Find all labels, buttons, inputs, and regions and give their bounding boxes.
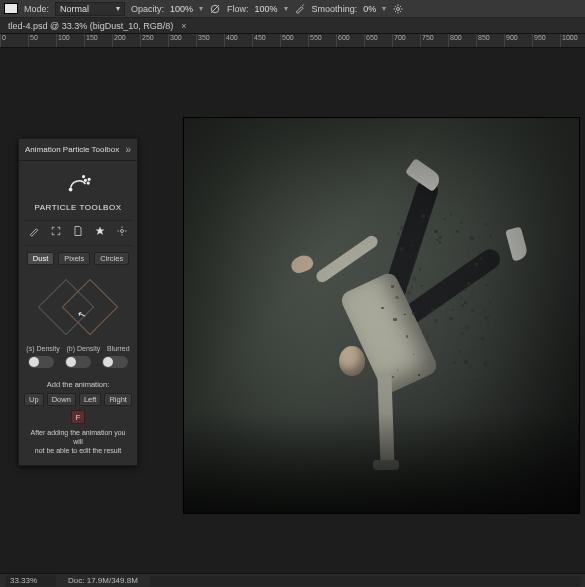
svg-point-1 xyxy=(397,7,400,10)
svg-point-5 xyxy=(88,178,90,180)
pressure-opacity-icon[interactable] xyxy=(209,3,221,15)
tab-circles[interactable]: Circles xyxy=(94,252,129,265)
flow-chevron-icon[interactable]: ▾ xyxy=(284,4,288,13)
opacity-value[interactable]: 100% xyxy=(170,4,193,14)
doc-size-value: 17.9M/349.8M xyxy=(87,576,138,585)
brush-tool-icon[interactable] xyxy=(28,225,40,237)
expand-icon[interactable] xyxy=(50,225,62,237)
panel-menu-icon[interactable]: » xyxy=(125,144,131,155)
smoothing-label: Smoothing: xyxy=(312,4,358,14)
particle-type-tabs: Dust Pixels Circles xyxy=(19,246,137,271)
s-density-label: (s) Density xyxy=(26,345,59,352)
svg-point-4 xyxy=(83,176,85,178)
mode-select[interactable]: Normal xyxy=(55,2,125,16)
smoothing-value[interactable]: 0% xyxy=(363,4,376,14)
smoothing-chevron-icon[interactable]: ▾ xyxy=(382,4,386,13)
dir-left-button[interactable]: Left xyxy=(79,393,102,406)
gear-icon[interactable] xyxy=(116,225,128,237)
smoothing-gear-icon[interactable] xyxy=(392,3,404,15)
finalize-button[interactable]: F xyxy=(71,410,85,424)
ruler-horizontal: 0501001502002503003504004505005506006507… xyxy=(0,34,585,48)
dir-down-button[interactable]: Down xyxy=(47,393,76,406)
status-bar: 33.33% Doc: 17.9M/349.8M xyxy=(0,573,585,587)
s-density-toggle[interactable] xyxy=(28,356,54,368)
brush-preset-swatch[interactable] xyxy=(4,3,18,14)
star-icon[interactable] xyxy=(94,225,106,237)
opacity-label: Opacity: xyxy=(131,4,164,14)
svg-point-2 xyxy=(85,179,87,181)
mode-label: Mode: xyxy=(24,4,49,14)
document-icon[interactable] xyxy=(72,225,84,237)
tab-dust[interactable]: Dust xyxy=(27,252,54,265)
b-density-toggle[interactable] xyxy=(65,356,91,368)
blurred-label: Blurred xyxy=(107,345,130,352)
svg-point-6 xyxy=(69,188,73,192)
tab-pixels[interactable]: Pixels xyxy=(58,252,90,265)
close-icon[interactable]: × xyxy=(181,21,186,31)
options-bar: Mode: Normal Opacity: 100% ▾ Flow: 100% … xyxy=(0,0,585,18)
dir-up-button[interactable]: Up xyxy=(24,393,44,406)
flow-label: Flow: xyxy=(227,4,249,14)
document-tab-bar: tled-4.psd @ 33.3% (bigDust_10, RGB/8) × xyxy=(0,18,585,34)
panel-header: Animation Particle Toolbox xyxy=(25,145,119,154)
panel-title: PARTICLE TOOLBOX xyxy=(19,203,137,212)
airbrush-icon[interactable] xyxy=(294,3,306,15)
artboard[interactable] xyxy=(184,118,579,513)
warning-line2: not be able to edit the result xyxy=(35,447,121,454)
add-animation-label: Add the animation: xyxy=(19,380,137,389)
flow-value[interactable]: 100% xyxy=(255,4,278,14)
svg-point-7 xyxy=(121,230,124,233)
horizontal-scrollbar[interactable] xyxy=(150,576,581,586)
zoom-level[interactable]: 33.33% xyxy=(6,575,56,586)
b-density-label: (b) Density xyxy=(67,345,101,352)
warning-line1: After adding the animation you will xyxy=(31,429,126,445)
dir-right-button[interactable]: Right xyxy=(104,393,132,406)
particle-toolbox-panel: Animation Particle Toolbox » PARTICLE TO… xyxy=(18,138,138,466)
blurred-toggle[interactable] xyxy=(102,356,128,368)
opacity-chevron-icon[interactable]: ▾ xyxy=(199,4,203,13)
doc-size-label: Doc: xyxy=(68,576,84,585)
tool-row xyxy=(23,220,133,246)
mode-value: Normal xyxy=(60,4,89,14)
document-tab[interactable]: tled-4.psd @ 33.3% (bigDust_10, RGB/8) xyxy=(2,21,179,31)
svg-point-3 xyxy=(87,182,89,184)
preview-area[interactable]: ↖ xyxy=(38,277,118,337)
panel-logo-icon xyxy=(19,161,137,203)
